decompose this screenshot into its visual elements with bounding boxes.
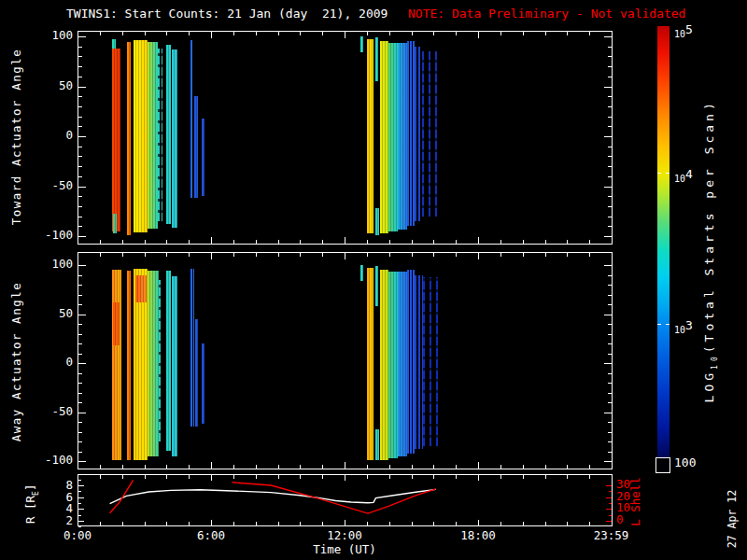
axis-tick — [78, 315, 86, 315]
axis-tick — [545, 32, 546, 35]
y-tick-label: 100 — [32, 257, 73, 271]
axis-tick — [478, 475, 479, 481]
spectro-band — [380, 41, 389, 232]
axis-tick — [608, 354, 612, 355]
y-tick-label: 100 — [32, 28, 73, 42]
axis-tick — [606, 497, 612, 498]
axis-tick — [78, 515, 81, 516]
axis-tick — [608, 304, 612, 305]
axis-tick — [456, 465, 457, 469]
axis-tick — [345, 253, 345, 259]
x-tick-label: 18:00 — [445, 528, 511, 542]
axis-tick — [78, 354, 82, 355]
colorbar-tick-exponent: 4 — [685, 167, 693, 181]
axis-tick — [604, 36, 612, 37]
axis-tick — [78, 206, 82, 207]
spectro-band — [134, 40, 148, 231]
axis-tick — [389, 32, 390, 35]
axis-tick — [78, 77, 82, 77]
axis-tick — [608, 206, 612, 207]
axis-tick — [367, 465, 368, 469]
axis-tick — [78, 452, 82, 453]
axis-tick — [145, 465, 146, 469]
axis-tick — [567, 253, 568, 257]
axis-tick — [78, 285, 82, 286]
axis-tick — [412, 522, 413, 525]
axis-tick — [478, 520, 479, 525]
colorbar-tick-label: 105 — [674, 22, 693, 39]
axis-tick — [500, 253, 501, 257]
axis-tick — [166, 522, 167, 525]
axis-tick — [189, 465, 190, 469]
colorbar-tick-label: 103 — [674, 318, 693, 335]
y-tick-label: 50 — [32, 78, 73, 92]
axis-tick — [608, 295, 612, 296]
axis-tick — [608, 117, 612, 118]
axis-tick — [78, 106, 82, 107]
axis-tick — [211, 520, 212, 525]
axis-tick — [433, 475, 434, 479]
spectro-band — [135, 275, 148, 302]
axis-tick — [608, 56, 612, 57]
spectro-band — [194, 96, 197, 198]
axis-tick — [78, 265, 86, 266]
axis-tick — [433, 32, 434, 35]
axis-tick — [256, 522, 257, 525]
spectro-band — [388, 43, 398, 231]
axis-tick — [608, 441, 612, 442]
axis-tick — [78, 422, 82, 423]
axis-tick — [545, 475, 546, 479]
axis-tick — [78, 304, 82, 305]
axis-tick — [589, 240, 590, 244]
spectro-band — [112, 49, 121, 231]
spectro-band — [415, 275, 423, 450]
colorbar-label-units: (Total Starts per Scan) — [702, 99, 716, 353]
axis-tick — [500, 475, 501, 479]
axis-tick — [278, 253, 279, 257]
axis-tick — [545, 465, 546, 469]
axis-tick — [345, 32, 345, 38]
axis-tick — [545, 522, 546, 525]
axis-tick — [567, 522, 568, 525]
axis-tick — [211, 253, 212, 259]
axis-tick — [122, 32, 123, 35]
colorbar-tick — [666, 173, 669, 174]
axis-tick — [608, 47, 612, 48]
axis-tick — [78, 295, 82, 296]
axis-tick — [456, 522, 457, 525]
axis-tick — [567, 240, 568, 244]
spectro-band — [190, 269, 194, 427]
axis-tick — [78, 521, 84, 522]
axis-tick — [189, 32, 190, 35]
axis-tick — [345, 237, 345, 244]
axis-tick — [145, 522, 146, 525]
axis-tick — [78, 393, 82, 394]
axis-tick — [608, 334, 612, 335]
colorbar-tick — [657, 173, 661, 174]
colorbar-tick — [657, 324, 661, 325]
colorbar-label-text: LOG — [702, 370, 716, 402]
axis-tick — [78, 363, 86, 364]
axis-tick — [122, 522, 123, 525]
axis-tick — [211, 32, 212, 38]
axis-tick — [608, 452, 612, 453]
axis-tick — [608, 147, 612, 147]
spectro-band — [148, 42, 158, 229]
axis-tick — [233, 253, 234, 257]
axis-tick — [545, 240, 546, 244]
axis-tick — [78, 236, 86, 237]
axis-tick — [608, 285, 612, 286]
axis-tick — [604, 87, 612, 88]
axis-tick — [78, 503, 81, 504]
spectro-band — [415, 47, 422, 221]
spectro-band — [158, 49, 162, 221]
axis-tick — [412, 475, 413, 479]
axis-tick — [604, 315, 612, 315]
spectro-band — [112, 270, 121, 460]
toward-axis-label: Toward Actuator Angle — [9, 25, 23, 249]
spectro-band — [375, 266, 378, 306]
toward-spectrogram-panel — [78, 31, 613, 245]
axis-tick — [78, 96, 82, 97]
axis-tick — [78, 461, 86, 462]
axis-tick — [345, 462, 345, 469]
